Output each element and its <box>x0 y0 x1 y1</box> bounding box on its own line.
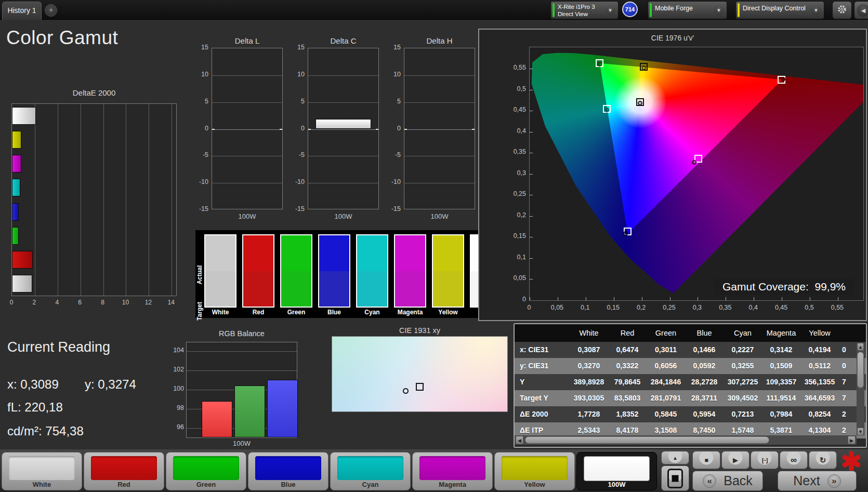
cie-dot-blue <box>623 231 628 236</box>
table-cell-partial: 2 <box>839 406 859 422</box>
chevron-down-icon: ▼ <box>606 6 615 15</box>
step-button[interactable]: [··] <box>751 451 779 469</box>
swatch-target <box>205 271 235 307</box>
meter-dropdown[interactable]: X-Rite i1Pro 3 Direct View ▼ <box>550 1 619 19</box>
scrollbar-thumb[interactable] <box>525 436 769 444</box>
axis-tick <box>530 69 533 69</box>
scroll-up-icon[interactable]: ▲ <box>857 343 864 351</box>
delta-chart-delta-h <box>404 48 475 209</box>
reading-cdm2-value: cd/m²: 754,38 <box>7 424 84 438</box>
pattern-button-100w[interactable]: 100W <box>576 452 657 490</box>
settings-button[interactable] <box>832 1 852 19</box>
meter-count-badge[interactable]: 714 <box>622 2 638 17</box>
cie1931-target-marker <box>416 383 424 391</box>
scroll-right-icon[interactable]: ▶ <box>848 436 856 444</box>
repeat-button[interactable]: ↻ <box>809 451 837 469</box>
cie-y-tick-label: 0,05 <box>499 274 526 282</box>
swatch-cyan <box>356 234 388 308</box>
delta-chart-footer: 100W <box>404 212 475 220</box>
axis-tick <box>530 279 533 280</box>
cie-y-tick-label: 0,3 <box>499 169 526 177</box>
scrollbar-thumb[interactable] <box>857 352 864 388</box>
back-button[interactable]: « Back <box>692 471 763 491</box>
table-cell: 356,1355 <box>800 374 839 390</box>
delta-y-tick-label: 15 <box>194 44 208 51</box>
scroll-patterns-up-button[interactable]: ▲ <box>661 451 689 464</box>
axis-tick <box>530 111 533 111</box>
measurement-table: WhiteRedGreenBlueCyanMagentaYellow x: CI… <box>514 323 867 448</box>
delta-gridline <box>404 75 475 76</box>
delta-gridline <box>212 183 282 183</box>
delta-gridline <box>212 156 282 156</box>
scroll-left-icon[interactable]: ◀ <box>516 436 523 444</box>
pattern-label: Blue <box>248 481 328 488</box>
deltae-x-tick-label: 14 <box>165 299 177 306</box>
swatch-label: Green <box>278 309 315 317</box>
pattern-button-blue[interactable]: Blue <box>248 452 328 490</box>
axis-tick <box>530 237 533 237</box>
delta-gridline <box>212 129 282 130</box>
table-cell: 364,6593 <box>800 390 839 406</box>
next-button[interactable]: Next » <box>778 471 857 491</box>
history-tab[interactable]: History 1 <box>2 2 42 20</box>
stop-button[interactable]: ■ <box>692 451 720 469</box>
source-dropdown[interactable]: Mobile Forge ▼ <box>648 1 727 19</box>
pattern-button-magenta[interactable]: Magenta <box>412 452 493 490</box>
table-cell: 309,4502 <box>724 390 762 406</box>
table-cell: 28,2728 <box>685 374 724 390</box>
swatch-target <box>357 271 387 307</box>
table-horizontal-scrollbar[interactable]: ◀ ▶ <box>515 435 857 445</box>
table-cell-partial: 0 <box>839 358 859 374</box>
display-control-dropdown[interactable]: Direct Display Control ▼ <box>735 1 824 19</box>
cie-y-tick-label: 0 <box>499 296 526 303</box>
rgb-y-tick-label: 96 <box>169 423 184 431</box>
pattern-button-green[interactable]: Green <box>166 452 246 490</box>
collapse-panel-button[interactable]: ◀ <box>854 1 868 19</box>
rgb-y-tick-label: 102 <box>169 366 184 373</box>
loop-button[interactable]: ∞ <box>780 451 808 469</box>
pattern-button-yellow[interactable]: Yellow <box>494 452 575 490</box>
axis-tick <box>530 297 530 300</box>
table-cell: 0,3255 <box>724 358 762 374</box>
axis-tick <box>530 132 533 132</box>
swatch-target <box>395 271 425 307</box>
reading-x-value: x: 0,3089 <box>7 377 59 392</box>
swatch-yellow <box>432 234 464 308</box>
cie1931-plot <box>332 336 508 412</box>
scroll-down-icon[interactable]: ▼ <box>857 428 864 435</box>
delta-y-tick-label: 0 <box>194 125 208 132</box>
table-cell: 0,4194 <box>800 342 839 358</box>
pattern-button-white[interactable]: White <box>2 452 82 490</box>
rgb-gridline <box>187 351 297 352</box>
delta-gridline <box>308 102 378 103</box>
deltae-x-tick-label: 8 <box>97 299 109 306</box>
table-row-label: Y <box>515 374 570 390</box>
infinity-icon: ∞ <box>791 455 797 465</box>
swatch-actual <box>205 235 235 271</box>
deltae-chart <box>11 103 177 296</box>
delta-chart-footer: 100W <box>212 212 283 220</box>
cie-y-tick-label: 0,1 <box>499 254 526 261</box>
axis-tick <box>754 297 754 300</box>
table-cell: 0,3011 <box>647 342 685 358</box>
deltae-gridline <box>35 104 35 296</box>
add-tab-button[interactable]: + <box>45 4 57 17</box>
delta-y-tick-label: 5 <box>290 98 305 105</box>
pattern-window-button[interactable] <box>661 466 689 491</box>
stop-icon: ■ <box>704 457 708 464</box>
swatch-actual <box>319 235 349 271</box>
delta-gridline <box>212 102 282 103</box>
delta-y-tick-label: 0 <box>386 125 401 132</box>
meter-status-bar <box>553 3 555 17</box>
axis-tick <box>586 297 586 300</box>
table-vertical-scrollbar[interactable]: ▲ ▼ <box>857 343 864 435</box>
pattern-swatch <box>337 456 403 480</box>
cie-x-tick-label: 0 <box>519 304 540 311</box>
source-status-bar <box>650 3 652 17</box>
pattern-button-cyan[interactable]: Cyan <box>330 452 411 490</box>
display-control-status-bar <box>738 3 740 17</box>
pattern-button-red[interactable]: Red <box>84 452 164 490</box>
step-icon: [··] <box>762 457 768 463</box>
pattern-swatch <box>9 456 75 480</box>
play-button[interactable]: ▶ <box>721 451 749 469</box>
